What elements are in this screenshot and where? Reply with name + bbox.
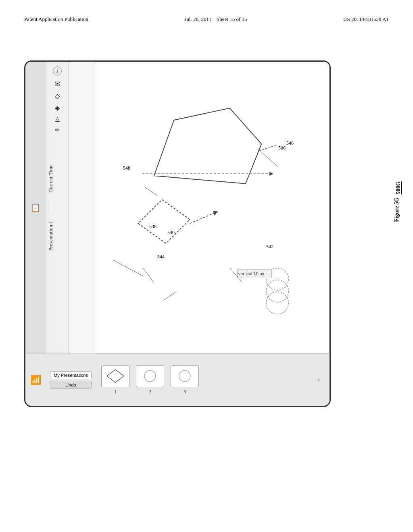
thumbnail-1[interactable]: 1 <box>101 365 129 395</box>
diamond-filled-icon[interactable]: ◈ <box>55 104 60 112</box>
header-date: Jul. 28, 2011 <box>184 16 211 22</box>
wifi-icon: 📶 <box>30 375 41 385</box>
thumbnail-3[interactable]: 3 <box>171 365 199 395</box>
arrow-546 <box>269 172 273 176</box>
canvas-area: vertical 10 px <box>94 62 330 353</box>
undo-tab[interactable]: Undo <box>50 381 92 389</box>
ref-546: 546 <box>286 140 294 146</box>
ref-500G: 500G <box>395 181 402 194</box>
ref-540: 540 <box>167 230 175 236</box>
thumbnail-box-3 <box>171 365 199 387</box>
thumbnail-box-1 <box>101 365 129 387</box>
thumbnail-label-3: 3 <box>184 389 186 395</box>
circle-bot-542 <box>266 292 288 314</box>
ref-506-label: 506 <box>278 145 286 151</box>
add-slide-button[interactable]: + <box>316 375 321 385</box>
shape-538 <box>138 200 190 243</box>
header-patent-number: US 2011/0181529 A1 <box>343 16 389 23</box>
clipboard-icon: 📋 <box>31 203 41 212</box>
sidebar-col1: 📋 <box>25 62 46 353</box>
thumbnail-2[interactable]: 2 <box>136 365 164 395</box>
ref-542: 542 <box>266 244 273 250</box>
svg-point-2 <box>179 370 190 382</box>
ref-548: 548 <box>123 165 130 171</box>
my-presentations-tab[interactable]: My Presentations <box>50 371 92 379</box>
device-frame: 📋 i ✉ ◇ ◈ △ ✏ Current Time Presentation … <box>24 60 331 407</box>
header-sheet: Sheet 15 of 35 <box>217 16 247 22</box>
thumbnail-label-1: 1 <box>114 389 117 395</box>
info-icon[interactable]: i <box>53 66 62 75</box>
header-publication: Patent Application Publication <box>24 16 88 23</box>
shape-506 <box>154 108 261 183</box>
arrow-540-line <box>190 212 218 224</box>
tab-buttons: My Presentations Undo <box>50 371 92 389</box>
svg-point-1 <box>144 370 156 382</box>
envelope-icon[interactable]: ✉ <box>54 79 60 88</box>
thumbnail-label-2: 2 <box>149 389 151 395</box>
ref-538: 538 <box>149 224 156 230</box>
ref-544: 544 <box>157 254 165 260</box>
sidebar-col2: i ✉ ◇ ◈ △ ✏ <box>46 62 69 353</box>
header-date-sheet: Jul. 28, 2011 Sheet 15 of 35 <box>184 16 247 23</box>
triangle-icon[interactable]: △ <box>55 116 60 123</box>
thumbnails-row: 📶 My Presentations Undo 1 2 <box>25 353 330 406</box>
figure-label: Figure 5G <box>394 197 400 222</box>
thumbnail-box-2 <box>136 365 164 387</box>
pencil-icon[interactable]: ✏ <box>55 127 60 133</box>
canvas-svg: vertical 10 px <box>94 62 329 353</box>
vertical-label: vertical 10 px <box>238 271 264 276</box>
circle-mid-542 <box>266 280 288 302</box>
svg-marker-0 <box>107 370 124 382</box>
diamond-icon[interactable]: ◇ <box>55 92 60 100</box>
page-header: Patent Application Publication Jul. 28, … <box>24 16 389 23</box>
